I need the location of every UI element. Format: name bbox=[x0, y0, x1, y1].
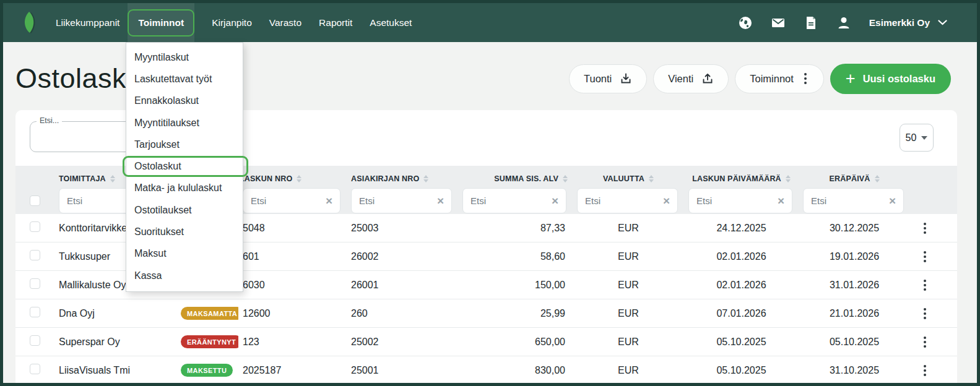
filter-erapaiva-input[interactable] bbox=[811, 195, 889, 206]
filter-valuutta-input[interactable] bbox=[585, 195, 663, 206]
nav-item-liikekumppanit[interactable]: Liikekumppanit bbox=[56, 17, 119, 28]
cell-toimittaja: Dna Oyj bbox=[54, 308, 176, 319]
menu-item-myyntilaskut[interactable]: Myyntilaskut bbox=[126, 46, 243, 68]
nav-item-varasto[interactable]: Varasto bbox=[269, 17, 301, 28]
clear-icon[interactable] bbox=[326, 195, 332, 207]
export-button[interactable]: Vienti bbox=[653, 64, 729, 93]
import-button[interactable]: Tuonti bbox=[569, 64, 647, 93]
export-button-label: Vienti bbox=[668, 73, 693, 85]
cell-toimittaja: Superspar Oy bbox=[54, 337, 176, 348]
row-actions-kebab[interactable] bbox=[921, 362, 929, 379]
row-actions-kebab[interactable] bbox=[921, 277, 929, 293]
cell-valuutta: EUR bbox=[573, 280, 684, 291]
cell-tila: MAKSETTU bbox=[176, 364, 238, 377]
filter-asiakirjan-nro-input[interactable] bbox=[359, 195, 437, 206]
clear-icon[interactable] bbox=[437, 195, 444, 207]
row-checkbox[interactable] bbox=[30, 250, 40, 260]
row-checkbox[interactable] bbox=[30, 307, 40, 317]
cell-asiakirjan-nro: 26001 bbox=[347, 280, 458, 291]
app-window: Liikekumppanit Toiminnot Kirjanpito Vara… bbox=[0, 0, 980, 386]
nav-item-raportit[interactable]: Raportit bbox=[319, 17, 352, 28]
filter-laskun-paivamaara bbox=[688, 188, 792, 213]
nav-item-toiminnot[interactable]: Toiminnot bbox=[128, 3, 194, 42]
filter-laskun-nro-input[interactable] bbox=[251, 195, 326, 206]
cell-valuutta: EUR bbox=[573, 308, 684, 319]
toolbar: Tuonti Vienti Toiminnot bbox=[569, 64, 951, 94]
menu-item-maksut[interactable]: Maksut bbox=[126, 243, 243, 265]
row-checkbox[interactable] bbox=[30, 221, 40, 232]
actions-button[interactable]: Toiminnot bbox=[735, 64, 824, 93]
menu-item-kassa[interactable]: Kassa bbox=[126, 265, 243, 286]
menu-item-ostotilaukset[interactable]: Ostotilaukset bbox=[126, 199, 243, 221]
row-actions-kebab[interactable] bbox=[921, 220, 929, 236]
sort-icon[interactable] bbox=[110, 175, 115, 183]
sort-icon[interactable] bbox=[875, 175, 880, 183]
cell-laskun-paivamaara: 07.01.2026 bbox=[684, 308, 799, 319]
nav-item-kirjanpito[interactable]: Kirjanpito bbox=[212, 17, 252, 28]
row-actions-kebab[interactable] bbox=[921, 249, 929, 265]
mail-icon[interactable] bbox=[771, 15, 786, 30]
cell-erapaiva: 21.01.2026 bbox=[799, 308, 910, 319]
sort-icon[interactable] bbox=[297, 175, 301, 183]
status-badge: MAKSETTU bbox=[181, 364, 233, 377]
filter-laskun-paivamaara-input[interactable] bbox=[696, 195, 778, 206]
sort-icon[interactable] bbox=[423, 175, 428, 183]
leaf-logo[interactable] bbox=[19, 11, 40, 35]
page-size-select[interactable]: 50 bbox=[900, 124, 934, 152]
clear-icon[interactable] bbox=[778, 195, 784, 207]
kebab-icon bbox=[802, 71, 809, 87]
row-checkbox[interactable] bbox=[30, 364, 40, 374]
cell-erapaiva: 19.01.2026 bbox=[799, 251, 910, 262]
filter-summa-input[interactable] bbox=[470, 195, 552, 206]
cell-asiakirjan-nro: 25002 bbox=[347, 337, 458, 348]
company-switcher[interactable]: Esimerkki Oy bbox=[869, 17, 947, 28]
clear-icon[interactable] bbox=[889, 195, 896, 207]
menu-item-matka-ja-kululaskut[interactable]: Matka- ja kululaskut bbox=[126, 178, 243, 199]
cell-summa: 830,00 bbox=[458, 365, 573, 376]
user-icon[interactable] bbox=[836, 15, 851, 30]
header-summa-label: SUMMA SIS. ALV bbox=[494, 174, 558, 183]
cell-laskun-nro: 601 bbox=[238, 251, 347, 262]
document-icon[interactable] bbox=[804, 15, 818, 30]
row-checkbox[interactable] bbox=[30, 278, 40, 289]
row-actions-kebab[interactable] bbox=[921, 306, 929, 322]
menu-item-laskutettavat-tyot[interactable]: Laskutettavat työt bbox=[126, 68, 243, 90]
cell-valuutta: EUR bbox=[573, 337, 684, 348]
sort-icon[interactable] bbox=[563, 175, 568, 183]
toiminnot-dropdown-menu: Myyntilaskut Laskutettavat työt Ennakkol… bbox=[126, 42, 243, 292]
header-asiakirjan-nro-label: ASIAKIRJAN NRO bbox=[351, 174, 419, 183]
new-purchase-invoice-button[interactable]: Uusi ostolasku bbox=[830, 64, 951, 94]
clear-icon[interactable] bbox=[552, 195, 558, 207]
cell-laskun-paivamaara: 05.10.2025 bbox=[684, 337, 799, 348]
sort-icon[interactable] bbox=[649, 175, 654, 183]
table-row: Dna Oyj MAKSAMATTA 12600 260 25,99 EUR 0… bbox=[15, 299, 957, 328]
company-name: Esimerkki Oy bbox=[869, 17, 930, 28]
download-icon bbox=[620, 72, 632, 85]
menu-item-myyntitilaukset[interactable]: Myyntitilaukset bbox=[126, 112, 243, 134]
cell-summa: 650,00 bbox=[458, 337, 573, 348]
menu-item-suoritukset[interactable]: Suoritukset bbox=[126, 221, 243, 242]
cell-erapaiva: 05.10.2025 bbox=[799, 337, 910, 348]
app-content: Liikekumppanit Toiminnot Kirjanpito Vara… bbox=[3, 3, 977, 383]
sort-icon[interactable] bbox=[786, 175, 791, 183]
header-toimittaja-label: TOIMITTAJA bbox=[59, 174, 106, 183]
globe-icon[interactable] bbox=[738, 15, 753, 30]
row-checkbox[interactable] bbox=[30, 335, 40, 346]
cell-asiakirjan-nro: 25001 bbox=[347, 365, 458, 376]
clear-icon[interactable] bbox=[663, 195, 670, 207]
header-valuutta-label: VALUUTTA bbox=[603, 174, 644, 183]
cell-asiakirjan-nro: 25003 bbox=[347, 223, 458, 234]
cell-laskun-nro: 2025187 bbox=[238, 365, 347, 376]
filter-summa bbox=[462, 188, 566, 213]
menu-item-ostolaskut[interactable]: Ostolaskut bbox=[126, 155, 243, 177]
header-erapaiva: ERÄPÄIVÄ bbox=[799, 174, 910, 183]
menu-item-tarjoukset[interactable]: Tarjoukset bbox=[126, 134, 243, 155]
top-nav: Liikekumppanit Toiminnot Kirjanpito Vara… bbox=[3, 3, 977, 42]
filter-erapaiva bbox=[803, 188, 904, 213]
select-all-checkbox[interactable] bbox=[30, 195, 40, 206]
search-label: Etsi... bbox=[37, 116, 62, 125]
nav-item-asetukset[interactable]: Asetukset bbox=[370, 17, 412, 28]
row-actions-kebab[interactable] bbox=[921, 334, 929, 350]
menu-item-ennakkolaskut[interactable]: Ennakkolaskut bbox=[126, 90, 243, 112]
status-badge: ERÄÄNTYNYT bbox=[181, 335, 238, 348]
